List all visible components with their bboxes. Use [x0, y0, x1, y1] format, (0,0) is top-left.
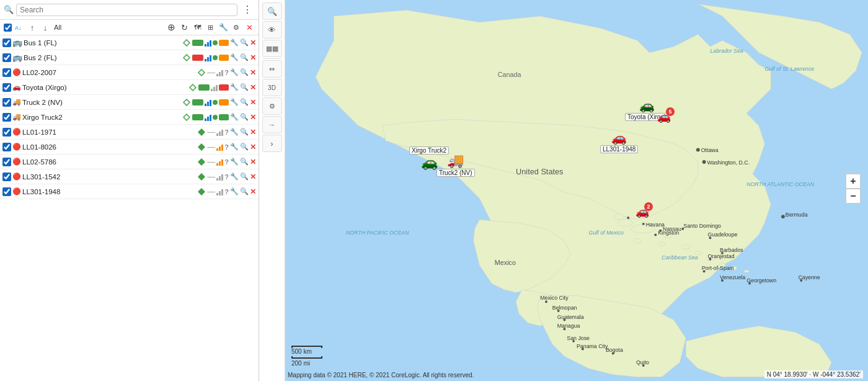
vehicle-checkbox[interactable]	[2, 53, 11, 62]
map-search-button[interactable]: 🔍	[262, 2, 282, 20]
map-layers-button[interactable]: ▦▦	[262, 40, 282, 57]
settings-icon[interactable]: 🔧	[230, 187, 239, 195]
toolbar-refresh-icon[interactable]: ↻	[179, 22, 190, 33]
vehicle-row[interactable]: 🚚 Xirgo Truck2 🔧 🔍 ✕	[0, 110, 259, 125]
remove-icon[interactable]: ✕	[250, 113, 256, 122]
cluster-5-map-marker[interactable]: 🚗 5	[657, 110, 671, 123]
remove-icon[interactable]: ✕	[250, 173, 256, 181]
sort-up-icon[interactable]: ↑	[27, 22, 38, 33]
ll301-1948-icon: 🚗	[611, 130, 627, 145]
settings-icon[interactable]: 🔧	[230, 53, 239, 61]
locate-icon[interactable]: 🔍	[240, 83, 249, 91]
svg-text:Panama City: Panama City	[577, 343, 608, 349]
vehicle-checkbox[interactable]	[2, 143, 11, 151]
remove-icon[interactable]: ✕	[250, 143, 256, 151]
settings-icon[interactable]: 🔧	[230, 68, 239, 76]
vehicle-row[interactable]: 🔴 LL02-2007 — ? 🔧 🔍 ✕	[0, 65, 259, 80]
vehicle-checkbox[interactable]	[2, 68, 11, 77]
list-menu-icon[interactable]: ⋮	[240, 2, 255, 17]
remove-icon[interactable]: ✕	[250, 98, 256, 107]
vehicle-status-icons: 🔧 🔍 ✕	[182, 53, 256, 62]
map-3d-button[interactable]: 3D	[262, 79, 282, 96]
vehicle-checkbox[interactable]	[2, 38, 11, 47]
zoom-controls: + −	[846, 174, 861, 204]
vehicle-checkbox[interactable]	[2, 158, 11, 166]
settings-icon[interactable]: 🔧	[230, 143, 239, 151]
truck2-nv-map-marker[interactable]: 🚚 Truck2 (NV)	[436, 153, 475, 177]
map-route-button[interactable]: →	[262, 116, 282, 133]
svg-marker-5	[184, 99, 190, 105]
locate-icon[interactable]: 🔍	[240, 187, 249, 195]
ll301-1948-map-marker[interactable]: 🚗 LL301-1948	[600, 130, 638, 153]
map-eye-button[interactable]: 👁	[262, 21, 282, 38]
locate-icon[interactable]: 🔍	[240, 128, 249, 136]
vehicle-checkbox[interactable]	[2, 83, 11, 92]
remove-icon[interactable]: ✕	[250, 158, 256, 166]
vehicle-row[interactable]: 🚗 Toyota (Xirgo) 🔧 🔍 ✕	[0, 80, 259, 95]
svg-point-19	[634, 238, 641, 243]
vehicle-row[interactable]: 🔴 LL301-1948 — ? 🔧 🔍 ✕	[0, 184, 259, 199]
settings-icon[interactable]: 🔧	[230, 38, 239, 47]
vehicle-checkbox[interactable]	[2, 187, 11, 196]
vehicle-row[interactable]: 🚌 Bus 2 (FL) 🔧 🔍 ✕	[0, 50, 259, 65]
truck2-nv-icon: 🚚	[447, 153, 464, 169]
search-input[interactable]	[16, 4, 237, 16]
map-cluster-button[interactable]: ⇔	[262, 60, 282, 78]
remove-icon[interactable]: ✕	[250, 53, 256, 62]
settings-icon[interactable]: 🔧	[230, 158, 239, 166]
locate-icon[interactable]: 🔍	[240, 143, 249, 151]
toolbar-gear-icon[interactable]: ⚙	[231, 22, 242, 33]
locate-icon[interactable]: 🔍	[240, 53, 249, 61]
sort-az-icon[interactable]: A↓	[14, 22, 25, 33]
remove-icon[interactable]: ✕	[250, 128, 256, 137]
locate-icon[interactable]: 🔍	[240, 113, 249, 121]
settings-icon[interactable]: 🔧	[230, 83, 239, 91]
svg-text:Havana: Havana	[646, 222, 665, 228]
locate-icon[interactable]: 🔍	[240, 98, 249, 106]
toolbar-settings-icon[interactable]: 🔧	[218, 22, 229, 33]
vehicle-checkbox[interactable]	[2, 173, 11, 181]
settings-icon[interactable]: 🔧	[230, 173, 239, 181]
locate-icon[interactable]: 🔍	[240, 158, 249, 166]
vehicle-checkbox[interactable]	[2, 128, 11, 137]
svg-text:Caribbean Sea: Caribbean Sea	[662, 254, 698, 261]
svg-text:Mexico: Mexico	[495, 259, 516, 266]
remove-icon[interactable]: ✕	[250, 38, 256, 47]
locate-icon[interactable]: 🔍	[240, 38, 249, 47]
vehicle-row[interactable]: 🔴 LL301-1542 — ? 🔧 🔍 ✕	[0, 169, 259, 184]
toolbar-grid-icon[interactable]: ⊞	[205, 22, 216, 33]
locate-icon[interactable]: 🔍	[240, 173, 249, 181]
settings-icon[interactable]: 🔧	[230, 128, 239, 136]
sort-down-icon[interactable]: ↓	[40, 22, 51, 33]
dot-indicator	[213, 40, 218, 45]
vehicle-checkbox[interactable]	[2, 113, 11, 122]
svg-point-36	[702, 160, 706, 164]
zoom-in-button[interactable]: +	[846, 174, 861, 189]
map-container[interactable]: 🔍 👁 ▦▦ ⇔ 3D ⚙ → › Canada United States M…	[259, 0, 868, 381]
toolbar-delete-icon[interactable]: ✕	[244, 22, 255, 33]
svg-text:Managua: Managua	[557, 323, 580, 329]
vehicle-list-panel: 🔍 ⋮ A↓ ↑ ↓ All ⊕ ↻ 🗺 ⊞ 🔧 ⚙ ✕ 🚌 Bus 1 (FL…	[0, 0, 259, 381]
vehicle-row[interactable]: 🔴 LL01-8026 — ? 🔧 🔍 ✕	[0, 140, 259, 155]
toolbar-map-icon[interactable]: 🗺	[192, 22, 203, 33]
locate-icon[interactable]: 🔍	[240, 68, 249, 76]
select-all-checkbox[interactable]	[4, 24, 12, 32]
vehicle-name: LL02-5786	[22, 158, 196, 166]
toolbar-add-icon[interactable]: ⊕	[166, 22, 177, 33]
map-expand-button[interactable]: ›	[262, 135, 282, 152]
remove-icon[interactable]: ✕	[250, 68, 256, 77]
remove-icon[interactable]: ✕	[250, 83, 256, 92]
settings-icon[interactable]: 🔧	[230, 113, 239, 121]
vehicle-row[interactable]: 🚚 Truck 2 (NV) 🔧 🔍 ✕	[0, 95, 259, 110]
map-more-button[interactable]: ⚙	[262, 97, 282, 115]
settings-icon[interactable]: 🔧	[230, 98, 239, 106]
zoom-out-button[interactable]: −	[846, 189, 861, 204]
vehicle-row[interactable]: 🔴 LL01-1971 — ? 🔧 🔍 ✕	[0, 125, 259, 140]
map-toolbar: 🔍 👁 ▦▦ ⇔ 3D ⚙ → ›	[259, 0, 285, 381]
nassau-cluster-map-marker[interactable]: 🚗 2	[636, 205, 649, 218]
remove-icon[interactable]: ✕	[250, 187, 256, 196]
vehicle-row[interactable]: 🔴 LL02-5786 — ? 🔧 🔍 ✕	[0, 155, 259, 169]
vehicle-checkbox[interactable]	[2, 98, 11, 107]
vehicle-row[interactable]: 🚌 Bus 1 (FL) 🔧 🔍 ✕	[0, 35, 259, 50]
connection-icon: —	[207, 68, 215, 77]
